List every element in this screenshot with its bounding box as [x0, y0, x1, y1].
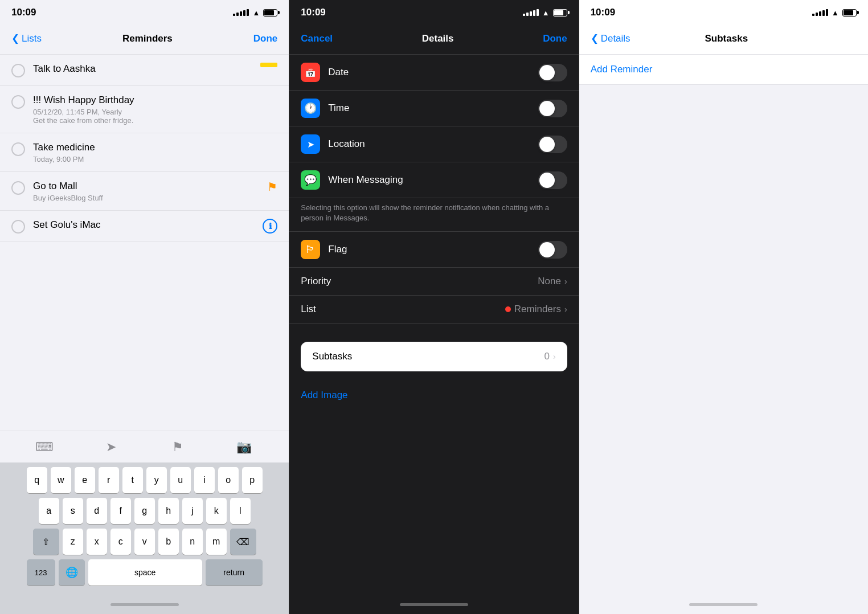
add-image-button[interactable]: Add Image	[301, 390, 347, 400]
key-o[interactable]: o	[218, 467, 239, 493]
key-h[interactable]: h	[158, 498, 179, 524]
reminder-subtitle-4: Buy iGeeksBlog Stuff	[33, 194, 277, 202]
key-delete[interactable]: ⌫	[230, 529, 256, 555]
keyboard-row-1: q w e r t y u i o p	[2, 467, 286, 493]
reminder-subtitle-2: 05/12/20, 11:45 PM, YearlyGet the cake f…	[33, 108, 277, 125]
nav-bar-1: ❮ Lists Reminders Done	[0, 23, 289, 55]
reminder-item-2[interactable]: !!! Wish Happy Birthday 05/12/20, 11:45 …	[0, 86, 289, 133]
key-g[interactable]: g	[134, 498, 155, 524]
nav-bar-2: Cancel Details Done	[289, 23, 578, 55]
subtasks-card[interactable]: Subtasks 0 ›	[301, 342, 567, 371]
detail-row-messaging: 💬 When Messaging	[289, 162, 578, 198]
reminder-checkbox-1[interactable]	[11, 64, 25, 77]
done-button-1[interactable]: Done	[253, 33, 278, 44]
info-button[interactable]: ℹ	[263, 219, 277, 234]
flag-toolbar-icon[interactable]: ⚑	[166, 436, 189, 459]
reminder-item-4[interactable]: Go to Mall Buy iGeeksBlog Stuff ⚑	[0, 172, 289, 211]
key-t[interactable]: t	[122, 467, 143, 493]
key-l[interactable]: l	[230, 498, 251, 524]
priority-row[interactable]: Priority None ›	[289, 268, 578, 296]
key-u[interactable]: u	[170, 467, 191, 493]
key-d[interactable]: d	[87, 498, 107, 524]
toggle-date[interactable]	[538, 64, 567, 81]
add-reminder-button[interactable]: Add Reminder	[591, 64, 653, 75]
done-button-2[interactable]: Done	[543, 33, 567, 44]
key-q[interactable]: q	[27, 467, 47, 493]
location-icon[interactable]: ➤	[100, 436, 122, 459]
details-content: 📅 Date 🕐 Time ➤ Location 💬 When Messagin…	[289, 55, 578, 595]
key-w[interactable]: w	[51, 467, 71, 493]
wifi-icon: ▲	[252, 9, 260, 17]
camera-icon[interactable]: 📷	[233, 436, 256, 459]
key-n[interactable]: n	[182, 529, 203, 555]
detail-row-date: 📅 Date	[289, 55, 578, 91]
key-z[interactable]: z	[63, 529, 83, 555]
key-c[interactable]: c	[110, 529, 131, 555]
key-return[interactable]: return	[206, 559, 263, 586]
phone-2-details: 10:09 ▲ Cancel Details Done 📅 Date	[289, 0, 579, 614]
reminder-item-3[interactable]: Take medicine Today, 9:00 PM	[0, 133, 289, 172]
toggle-location[interactable]	[538, 136, 567, 153]
battery-icon-3	[842, 9, 857, 17]
key-f[interactable]: f	[110, 498, 131, 524]
detail-label-time: Time	[328, 103, 538, 114]
toggle-flag[interactable]	[538, 241, 567, 259]
signal-icon-3	[812, 9, 828, 16]
key-s[interactable]: s	[63, 498, 83, 524]
home-bar-1	[110, 603, 179, 606]
key-space[interactable]: space	[88, 559, 202, 586]
keyboard-icon[interactable]: ⌨	[33, 436, 56, 459]
detail-label-location: Location	[328, 138, 538, 150]
keyboard: q w e r t y u i o p a s d f g h j k l ⇧ …	[0, 462, 289, 595]
detail-label-date: Date	[328, 67, 538, 78]
flag-icon: ⚑	[267, 181, 277, 193]
nav-title-details: Details	[422, 33, 454, 44]
key-globe[interactable]: 🌐	[59, 559, 85, 586]
cancel-button[interactable]: Cancel	[301, 33, 333, 44]
reminder-item-5[interactable]: Set Golu's iMac ℹ	[0, 211, 289, 242]
key-x[interactable]: x	[87, 529, 107, 555]
key-p[interactable]: p	[242, 467, 263, 493]
detail-label-messaging: When Messaging	[328, 174, 538, 186]
key-m[interactable]: m	[206, 529, 227, 555]
status-bar-3: 10:09 ▲	[579, 0, 868, 23]
toggle-time[interactable]	[538, 100, 567, 117]
reminder-badge-yellow	[260, 63, 277, 67]
reminder-title-1: Talk to Aashka	[33, 63, 277, 75]
nav-bar-3: ❮ Details Subtasks	[579, 23, 868, 55]
reminder-item-1[interactable]: Talk to Aashka	[0, 55, 289, 86]
nav-back-details[interactable]: ❮ Details	[591, 32, 630, 44]
add-reminder-row[interactable]: Add Reminder	[579, 55, 868, 85]
key-shift[interactable]: ⇧	[33, 529, 59, 555]
keyboard-row-2: a s d f g h j k l	[2, 498, 286, 524]
priority-chevron-icon: ›	[564, 277, 567, 286]
key-b[interactable]: b	[158, 529, 179, 555]
key-k[interactable]: k	[206, 498, 227, 524]
toggle-messaging[interactable]	[538, 171, 567, 189]
nav-back-lists[interactable]: ❮ Lists	[11, 32, 42, 44]
toolbar-1: ⌨ ➤ ⚑ 📷	[0, 431, 289, 462]
subtasks-label: Subtasks	[312, 351, 352, 362]
home-bar-2	[400, 603, 468, 606]
reminder-title-2: !!! Wish Happy Birthday	[33, 94, 277, 107]
key-i[interactable]: i	[194, 467, 215, 493]
list-row[interactable]: List Reminders ›	[289, 296, 578, 324]
location-detail-icon: ➤	[301, 134, 320, 154]
key-v[interactable]: v	[134, 529, 155, 555]
reminder-checkbox-3[interactable]	[11, 142, 25, 156]
status-time-3: 10:09	[591, 7, 615, 18]
detail-row-time: 🕐 Time	[289, 91, 578, 126]
key-r[interactable]: r	[99, 467, 119, 493]
battery-icon	[263, 9, 277, 17]
key-123[interactable]: 123	[27, 559, 55, 586]
reminder-checkbox-2[interactable]	[11, 95, 25, 109]
key-y[interactable]: y	[146, 467, 167, 493]
key-a[interactable]: a	[39, 498, 59, 524]
subtasks-card-container: Subtasks 0 ›	[289, 324, 578, 390]
reminder-checkbox-5[interactable]	[11, 220, 25, 234]
key-e[interactable]: e	[75, 467, 95, 493]
priority-value: None ›	[538, 276, 567, 287]
home-bar-3	[689, 603, 758, 606]
key-j[interactable]: j	[182, 498, 203, 524]
reminder-checkbox-4[interactable]	[11, 181, 25, 195]
